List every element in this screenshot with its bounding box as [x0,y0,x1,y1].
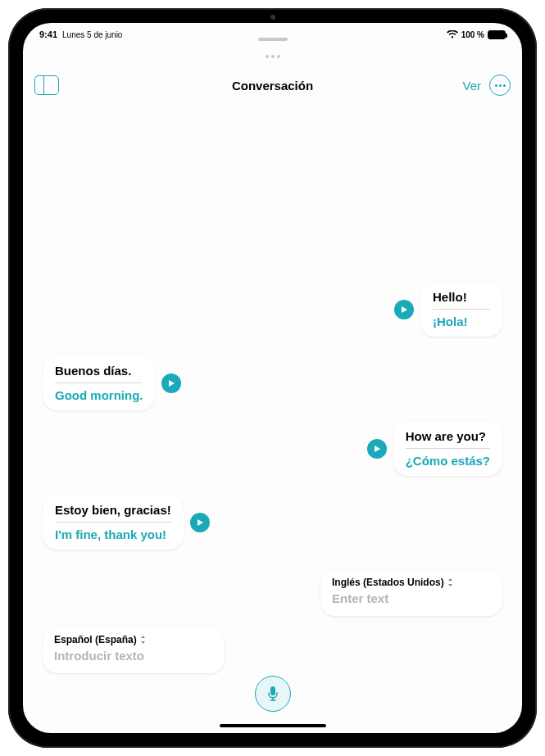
message-original: Buenos días. [55,364,143,383]
message-bubble[interactable]: Estoy bien, gracias! I'm fine, thank you… [43,495,184,550]
home-indicator[interactable] [220,724,326,727]
message-bubble[interactable]: Buenos días. Good morning. [43,355,155,410]
microphone-icon [266,686,279,702]
language-selector[interactable]: Inglés (Estados Unidos) [332,577,491,588]
message-row: Hello! ¡Hola! [394,282,502,337]
message-row: Estoy bien, gracias! I'm fine, thank you… [43,495,210,550]
battery-icon [488,30,506,39]
text-input-bubble-right[interactable]: Inglés (Estados Unidos) [320,570,502,616]
message-original: Hello! [433,290,490,310]
message-translation: ¡Hola! [433,315,490,328]
conversation-area: Hello! ¡Hola! Buenos días. Good morning. [23,103,522,733]
camera-dot [270,15,275,20]
microphone-button[interactable] [255,676,291,712]
language-label: Español (España) [54,634,137,645]
multitask-grabber[interactable] [258,38,288,41]
status-date: Lunes 5 de junio [62,30,122,39]
status-time: 9:41 [39,29,57,39]
nav-header: Conversación Ver [23,67,522,103]
sidebar-toggle-button[interactable] [34,75,59,95]
ipad-frame: 9:41 Lunes 5 de junio 100 % Conversación… [8,8,537,748]
play-button[interactable] [394,300,414,319]
message-bubble[interactable]: Hello! ¡Hola! [420,282,502,337]
status-battery-pct: 100 % [461,30,484,39]
svg-rect-0 [270,686,275,695]
translate-text-input[interactable] [54,649,213,663]
message-translation: Good morning. [55,388,143,402]
screen: 9:41 Lunes 5 de junio 100 % Conversación… [23,23,522,733]
message-translation: I'm fine, thank you! [55,527,171,541]
translate-text-input[interactable] [332,591,491,605]
chevron-updown-icon [140,636,146,644]
language-label: Inglés (Estados Unidos) [332,577,444,588]
page-title: Conversación [232,79,313,93]
multitask-dots[interactable] [266,55,280,58]
play-button[interactable] [190,513,210,532]
message-row: Buenos días. Good morning. [43,355,181,410]
view-button[interactable]: Ver [462,79,481,93]
message-row: How are you? ¿Cómo estás? [367,421,502,476]
chevron-updown-icon [447,578,453,586]
wifi-icon [447,30,458,38]
text-input-bubble-left[interactable]: Español (España) [43,627,225,673]
message-bubble[interactable]: How are you? ¿Cómo estás? [393,421,502,476]
message-original: Estoy bien, gracias! [55,503,171,523]
message-translation: ¿Cómo estás? [406,454,490,468]
more-options-button[interactable] [489,75,511,96]
language-selector[interactable]: Español (España) [54,634,213,645]
play-button[interactable] [161,373,181,393]
play-button[interactable] [367,439,387,459]
message-original: How are you? [406,429,490,449]
